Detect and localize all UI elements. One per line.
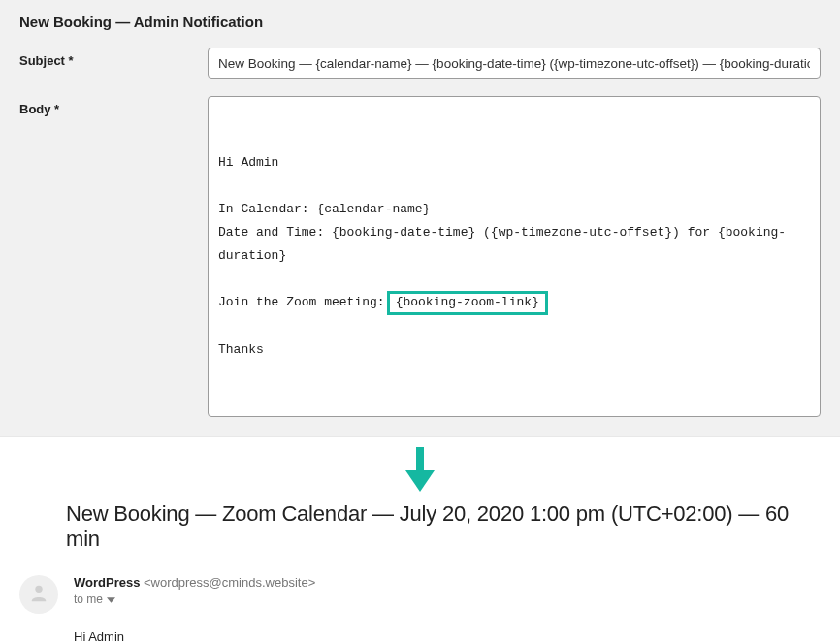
svg-rect-0 [416,447,424,474]
body-line-3: Date and Time: {booking-date-time} ({wp-… [218,225,786,263]
email-greeting: Hi Admin [74,627,821,642]
body-line-4-prefix: Join the Zoom meeting: [218,295,385,309]
body-textarea[interactable]: Hi Admin In Calendar: {calendar-name} Da… [208,96,821,417]
sender-name: WordPress [74,575,140,590]
email-header: WordPress <wordpress@cminds.website> to … [19,575,821,614]
sender-block: WordPress <wordpress@cminds.website> to … [74,575,315,607]
avatar [19,575,58,614]
result-panel: New Booking — Zoom Calendar — July 20, 2… [0,501,840,642]
body-line-1: Hi Admin [218,155,278,170]
body-line-2: In Calendar: {calendar-name} [218,202,430,216]
subject-input-wrap [208,48,821,79]
sender-line: WordPress <wordpress@cminds.website> [74,575,315,590]
body-row: Body * Hi Admin In Calendar: {calendar-n… [19,96,821,417]
settings-panel: New Booking — Admin Notification Subject… [0,0,840,437]
subject-row: Subject * [19,48,821,79]
subject-label: Subject * [19,48,208,68]
zoom-placeholder-highlight: {booking-zoom-link} [387,291,548,314]
body-content: Hi Admin In Calendar: {calendar-name} Da… [218,151,810,362]
arrow-down-icon [405,478,435,495]
result-title: New Booking — Zoom Calendar — July 20, 2… [66,501,821,552]
svg-marker-3 [107,597,115,602]
to-text: to me [74,593,103,606]
svg-point-2 [35,585,42,592]
subject-input[interactable] [208,48,821,79]
to-line[interactable]: to me [74,593,115,606]
arrow-row [0,437,840,501]
chevron-down-icon [107,593,115,606]
person-icon [28,582,49,607]
body-textarea-wrap: Hi Admin In Calendar: {calendar-name} Da… [208,96,821,417]
settings-title: New Booking — Admin Notification [19,14,821,30]
svg-marker-1 [405,470,435,492]
body-line-5: Thanks [218,342,264,357]
sender-email: <wordpress@cminds.website> [144,575,315,590]
email-body: Hi Admin In Calendar: Zoom Calendar Date… [74,627,821,642]
body-label: Body * [19,96,208,116]
